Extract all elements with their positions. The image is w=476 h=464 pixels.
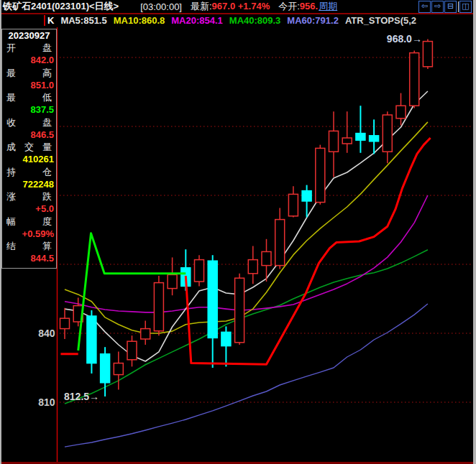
range-value: +0.59%: [2, 228, 56, 240]
volume-value: 410261: [2, 153, 56, 165]
volume-label: 成交量: [2, 141, 56, 153]
toolbar-divider: [458, 1, 459, 12]
tile-window-button[interactable]: ⊟: [444, 1, 457, 13]
settlement-label: 结 算: [2, 240, 56, 252]
change-label: 涨 跌: [2, 190, 56, 203]
instrument-title: 铁矿石2401(023101)<日线>: [3, 0, 119, 13]
info-row-close: 收 盘 846.5: [2, 116, 56, 141]
chart-area[interactable]: 968.0→812.5→840810: [0, 0, 476, 464]
window-right-scroll-strip[interactable]: [473, 0, 476, 464]
maximize-window-icon: ◫: [462, 1, 469, 11]
low-label: 最 低: [2, 91, 56, 103]
scroll-left-button[interactable]: ⇦: [418, 1, 431, 13]
last-price-label: 最新:: [191, 1, 212, 11]
y-axis-label: 840: [38, 328, 55, 339]
window-left-border: [0, 0, 1, 464]
open-price-label: 今开:: [278, 1, 300, 11]
info-row-range: 幅 度 +0.59%: [2, 215, 56, 241]
open-price-value: 956.: [300, 1, 318, 11]
info-row-change: 涨 跌 +5.0: [2, 190, 56, 215]
info-row-settlement: 结 算 844.5: [2, 240, 56, 265]
ma60-legend: MA60:791.2: [287, 15, 339, 26]
price-annotation: 812.5→: [64, 391, 99, 402]
range-label: 幅 度: [2, 215, 56, 228]
low-value: 837.5: [2, 103, 56, 116]
ma10-legend: MA10:860.8: [114, 15, 165, 26]
window-toolbar: ⇦ ⇨ ⊟ ◫: [418, 1, 472, 13]
info-row-high: 最 高 851.0: [2, 67, 56, 92]
high-label: 最 高: [2, 67, 56, 79]
info-row-open: 开 盘 842.0: [2, 42, 56, 67]
close-value: 846.5: [2, 129, 56, 141]
atr-stops-line: [186, 138, 430, 364]
info-row-open-interest: 持 仓 722248: [2, 166, 56, 191]
arrow-left-icon: ⇦: [421, 1, 428, 11]
atr-stops-legend: ATR_STOPS(5,2: [345, 15, 416, 26]
indicator-legend: K MA5:851.5 MA10:860.8 MA20:854.1 MA40:8…: [1, 14, 473, 27]
maximize-window-button[interactable]: ◫: [459, 1, 472, 13]
ma5-legend: MA5:851.5: [60, 15, 106, 26]
tile-window-icon: ⊟: [447, 1, 454, 11]
futures-chart-window: { "title_bar": { "instrument": "铁矿石2401(…: [0, 0, 476, 464]
ohlc-info-panel: 20230927 开 盘 842.0 最 高 851.0 最 低 837.5 收…: [1, 29, 57, 269]
period-link[interactable]: 周期: [319, 0, 337, 13]
price-annotation: 968.0→: [387, 33, 422, 45]
chart-canvas[interactable]: 968.0→812.5→840810: [0, 0, 476, 464]
info-row-low: 最 低 837.5: [2, 91, 56, 116]
open-interest-value: 722248: [2, 178, 56, 190]
selected-date: 20230927: [2, 29, 56, 42]
change-percent: +1.74%: [238, 1, 270, 11]
open-price-group: 今开:956.: [278, 0, 318, 13]
open-interest-label: 持 仓: [2, 166, 56, 178]
arrow-right-icon: ⇨: [434, 1, 441, 11]
clock-readout: [03:00:00]: [140, 1, 182, 12]
last-price-value: 967.0: [212, 1, 236, 11]
open-label: 开 盘: [2, 42, 56, 54]
scroll-right-button[interactable]: ⇨: [431, 1, 444, 13]
change-value: +5.0: [2, 203, 56, 215]
last-price-group: 最新:967.0 +1.74%: [191, 0, 270, 13]
title-bar: 铁矿石2401(023101)<日线> [03:00:00] 最新:967.0 …: [1, 0, 473, 14]
close-label: 收 盘: [2, 116, 56, 129]
y-axis-label: 810: [38, 396, 55, 408]
kline-legend-label: K: [47, 15, 54, 26]
info-row-volume: 成交量 410261: [2, 141, 56, 166]
open-value: 842.0: [2, 54, 56, 66]
ma40-legend: MA40:809.3: [229, 15, 281, 26]
settlement-value: 844.5: [2, 252, 56, 264]
high-value: 851.0: [2, 79, 56, 91]
ma20-legend: MA20:854.1: [171, 15, 223, 26]
legend-axis-tick: [44, 15, 45, 26]
